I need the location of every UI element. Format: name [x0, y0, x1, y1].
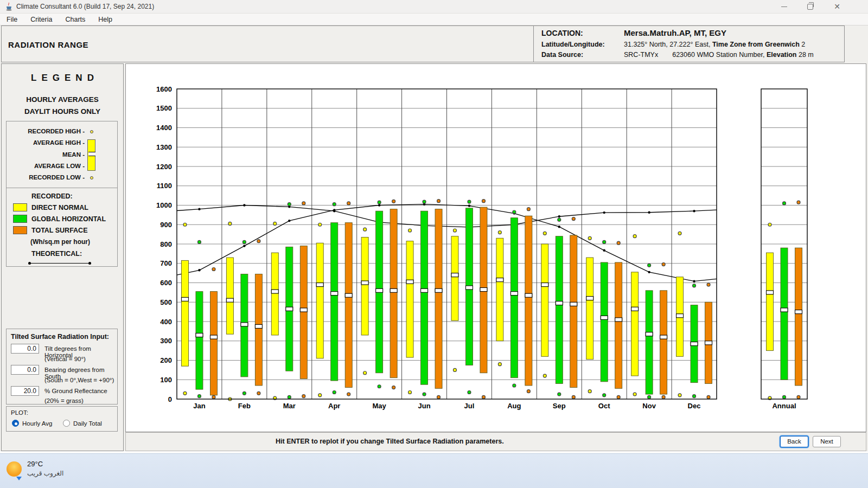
mean-band [316, 283, 323, 287]
recorded-legend-box: RECORDED: DIRECT NORMAL GLOBAL HORIZONTA… [6, 188, 118, 267]
recorded-high-dot [797, 201, 800, 204]
month-label: Dec [688, 402, 701, 410]
back-button[interactable]: Back [780, 436, 808, 447]
radio-daily-total[interactable]: Daily Total [63, 420, 102, 427]
mean-band [705, 341, 712, 345]
recorded-high-dot [318, 223, 322, 226]
mean-band [286, 307, 293, 311]
weather-temperature: 29°C [27, 460, 63, 468]
range-bar [556, 236, 563, 384]
recorded-high-dot [633, 235, 636, 238]
legend-subtitle-1: HOURLY AVERAGES [2, 95, 123, 104]
mean-band-sample [88, 152, 95, 156]
recorded-high-dot [783, 202, 786, 205]
mean-band [406, 280, 413, 284]
recorded-high-dot [558, 218, 561, 221]
range-legend-box: RECORDED HIGH - AVERAGE HIGH - MEAN - AV… [6, 121, 118, 188]
range-bar [795, 248, 802, 386]
recorded-low-dot [378, 385, 381, 388]
recorded-high-dot [482, 200, 485, 203]
recorded-high-dot [648, 264, 651, 267]
sunset-icon [7, 461, 22, 477]
page-title: RADIATION RANGE [8, 40, 88, 49]
recorded-low-dot [603, 394, 606, 397]
range-bar [210, 292, 217, 395]
svg-text:100: 100 [160, 376, 172, 384]
next-button[interactable]: Next [813, 436, 841, 447]
legend-average-high: AVERAGE HIGH - [33, 139, 85, 146]
theoretical-label: THEORETICAL: [31, 250, 82, 258]
mean-band [300, 308, 307, 312]
recorded-high-dot [693, 284, 696, 287]
mean-band [525, 293, 532, 297]
minimize-button[interactable] [771, 0, 796, 13]
recorded-label: RECORDED: [31, 192, 73, 200]
ground-reflectance-input[interactable]: 20.0 [11, 386, 39, 396]
range-bar [781, 248, 788, 380]
mean-band [541, 283, 548, 287]
latlong-label: Latitude/Longitude: [541, 41, 605, 48]
mean-band [331, 292, 338, 296]
svg-text:1000: 1000 [156, 201, 172, 209]
recorded-low-dot [453, 368, 456, 371]
close-button[interactable]: ✕ [825, 0, 850, 13]
range-bar [570, 235, 577, 388]
recorded-low-dot [302, 395, 305, 398]
recorded-high-dot [453, 229, 456, 232]
recorded-low-dot [423, 393, 426, 396]
menu-charts[interactable]: Charts [59, 16, 92, 23]
legend-subtitle-2: DAYLIT HOURS ONLY [2, 107, 123, 115]
legend-panel: LEGEND HOURLY AVERAGES DAYLIT HOURS ONLY… [1, 63, 124, 451]
mean-band [586, 297, 593, 300]
recorded-low-dot [678, 394, 681, 397]
annual-label: Annual [772, 402, 796, 410]
weather-widget[interactable]: 29°C الغروب قريب [7, 458, 63, 477]
recorded-low-dot [257, 391, 260, 395]
recorded-low-dot [648, 395, 651, 399]
svg-text:900: 900 [160, 221, 172, 229]
legend-mean: MEAN - [62, 151, 85, 158]
range-bar [406, 241, 413, 358]
mean-band [795, 310, 802, 314]
global-horizontal-swatch [13, 215, 27, 223]
restore-button[interactable] [797, 0, 822, 13]
month-label: Feb [238, 402, 251, 410]
window-title: Climate Consultant 6.0 (Build 17, Sep 24… [16, 3, 154, 10]
radiation-range-chart: 0100200300400500600700800900100011001200… [126, 64, 867, 433]
menu-bar: File Criteria Charts Help [0, 14, 868, 25]
recorded-high-dot [437, 200, 441, 203]
recorded-low-dot [409, 390, 412, 394]
menu-file[interactable]: File [0, 16, 24, 23]
recorded-high-dot-icon [90, 130, 93, 133]
recorded-low-dot [392, 386, 395, 389]
recorded-low-dot [797, 395, 800, 399]
recorded-high-dot [273, 222, 277, 225]
recorded-low-dot [183, 391, 187, 395]
tilted-surface-input-box: Tilted Surface Radiation Input: 0.0 Tilt… [6, 329, 118, 404]
replot-hint: Hit ENTER to replot if you change Tilted… [276, 438, 504, 445]
mean-band [556, 301, 563, 305]
mean-band [210, 335, 217, 339]
recorded-low-dot [347, 393, 350, 396]
recorded-low-dot-icon [90, 176, 93, 179]
recorded-low-dot [498, 363, 501, 366]
range-bar [631, 272, 639, 376]
recorded-high-dot [603, 240, 606, 243]
svg-text:700: 700 [160, 259, 172, 267]
month-label: Sep [553, 402, 566, 410]
tilt-degrees-input[interactable]: 0.0 [11, 344, 39, 354]
radio-hourly-avg[interactable]: Hourly Avg [12, 420, 52, 427]
menu-criteria[interactable]: Criteria [24, 16, 59, 23]
recorded-high-dot [197, 240, 201, 243]
month-label: Aug [507, 402, 521, 410]
mean-band [196, 333, 203, 337]
bearing-degrees-input[interactable]: 0.0 [11, 365, 39, 375]
recorded-low-dot [318, 394, 322, 397]
menu-help[interactable]: Help [92, 16, 119, 23]
recorded-low-dot [482, 395, 485, 399]
mean-band [496, 278, 503, 282]
month-label: Nov [642, 402, 656, 410]
recorded-high-dot [347, 202, 350, 205]
recorded-low-dot [633, 393, 636, 396]
recorded-low-dot [662, 395, 665, 399]
